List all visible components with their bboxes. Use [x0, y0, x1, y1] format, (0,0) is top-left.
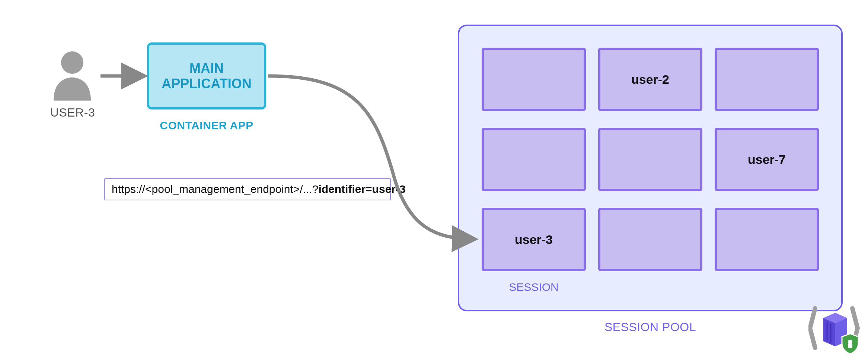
session-cell-7 [598, 208, 702, 271]
session-cell-8 [715, 208, 819, 271]
session-cell-2 [715, 48, 819, 111]
session-cell-4 [598, 128, 702, 191]
session-grid: user-2 user-7 user-3 [482, 48, 819, 271]
session-cell-label: user-2 [631, 72, 669, 87]
session-cell-label: user-3 [515, 232, 553, 247]
container-app-caption: CONTAINER APP [147, 119, 266, 132]
session-cell-label: user-7 [748, 152, 786, 167]
main-application-title-line2: APPLICATION [162, 76, 251, 91]
container-apps-secure-icon [808, 300, 864, 356]
session-cell-6: user-3 [482, 208, 586, 271]
session-pool-caption: SESSION POOL [458, 320, 843, 334]
endpoint-url-box: https://<pool_management_endpoint>/...?i… [104, 178, 391, 200]
session-cell-3 [482, 128, 586, 191]
endpoint-url-identifier: identifier=user-3 [318, 183, 405, 196]
main-application-title: MAIN APPLICATION [156, 61, 256, 92]
main-application-title-line1: MAIN [189, 61, 224, 76]
main-application-box: MAIN APPLICATION [147, 42, 266, 109]
user-icon [50, 48, 95, 101]
session-cell-1: user-2 [598, 48, 702, 111]
session-cell-0 [482, 48, 586, 111]
svg-rect-7 [848, 343, 852, 348]
svg-point-0 [61, 51, 83, 74]
user-label: USER-3 [41, 106, 104, 120]
endpoint-url-prefix: https://<pool_management_endpoint>/...? [112, 183, 318, 196]
arrow-app-to-session [268, 76, 472, 239]
session-cell-5: user-7 [715, 128, 819, 191]
session-caption: SESSION [482, 281, 586, 293]
